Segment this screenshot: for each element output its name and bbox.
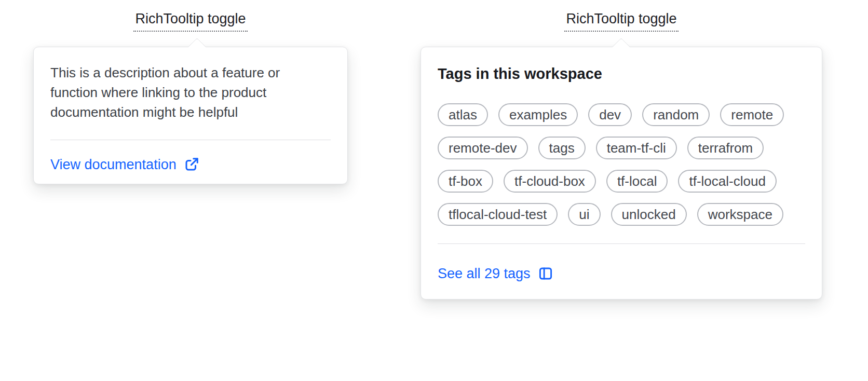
left-toggle-area: RichTooltip toggle [33, 10, 348, 32]
tag-pill: random [642, 103, 710, 126]
tooltip-arrow [612, 38, 630, 56]
tag-list: atlasexamplesdevrandomremoteremote-devta… [438, 103, 806, 226]
tags-heading: Tags in this workspace [438, 64, 805, 84]
tag-pill: tags [538, 137, 586, 159]
tag-pill: atlas [438, 103, 488, 126]
richtooltip-demo-page: RichTooltip toggle This is a description… [0, 0, 868, 381]
richtooltip-toggle-left[interactable]: RichTooltip toggle [133, 10, 247, 32]
tooltip-divider [50, 140, 331, 140]
tag-pill: remote [720, 103, 784, 126]
richtooltip-popover-left: This is a description about a feature or… [33, 47, 348, 184]
tag-pill: tflocal-cloud-test [438, 203, 558, 226]
tag-pill: tf-local [606, 170, 668, 193]
tooltip-description: This is a description about a feature or… [50, 63, 331, 122]
tag-pill: unlocked [611, 203, 687, 226]
tag-pill: tf-box [438, 170, 493, 193]
tag-pill: workspace [697, 203, 783, 226]
see-all-tags-link[interactable]: See all 29 tags [438, 265, 553, 282]
richtooltip-toggle-right[interactable]: RichTooltip toggle [564, 10, 678, 32]
external-link-icon [184, 157, 199, 172]
tag-pill: ui [568, 203, 600, 226]
see-all-tags-label: See all 29 tags [438, 265, 531, 282]
tag-pill: remote-dev [438, 137, 528, 159]
tooltip-arrow [188, 38, 206, 56]
sidebar-icon [538, 266, 553, 281]
tag-pill: tf-local-cloud [678, 170, 776, 193]
right-toggle-area: RichTooltip toggle [421, 10, 822, 32]
tag-pill: terrafrom [687, 137, 764, 159]
tag-pill: team-tf-cli [596, 137, 677, 159]
view-documentation-label: View documentation [50, 156, 177, 173]
view-documentation-link[interactable]: View documentation [50, 156, 199, 173]
tag-pill: examples [498, 103, 578, 126]
tooltip-divider [438, 243, 805, 244]
richtooltip-popover-right: Tags in this workspace atlasexamplesdevr… [421, 47, 822, 300]
tag-pill: tf-cloud-box [504, 170, 596, 193]
tag-pill: dev [588, 103, 632, 126]
